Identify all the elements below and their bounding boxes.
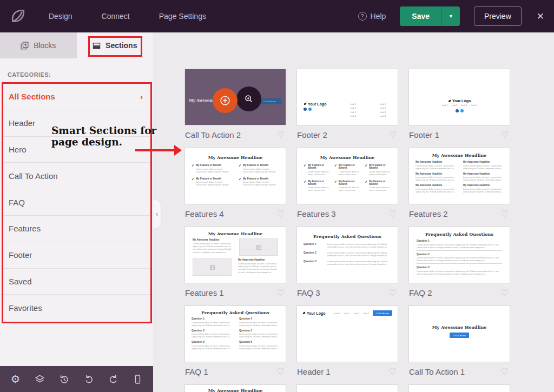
lorem-text: Lorem ipsum dolor sit amet, consectetur …	[238, 262, 277, 274]
zoom-preview-button[interactable]	[236, 87, 261, 111]
feature-title: My Feature or Benefit	[243, 177, 279, 180]
annotation-arrow-head-icon	[174, 145, 182, 156]
save-dropdown-caret[interactable]: ▼	[441, 6, 460, 26]
footer-content: Your LogoLink 1Link 2Link 3Link 4	[409, 99, 510, 112]
favorite-heart-icon[interactable]: ♡	[389, 368, 397, 376]
settings-icon[interactable]: ⚙	[9, 373, 22, 386]
mini-headline: My Awesome Headline	[192, 155, 279, 160]
lorem-text: Lorem ipsum dolor sit amet, consectetur …	[327, 260, 387, 266]
placeholder-text: Lorem ipsum dolor sit amet, consectetur …	[196, 168, 232, 174]
placeholder-text: Lorem ipsum dolor sit amet, consectetur …	[327, 260, 391, 266]
template-thumbnail[interactable]: My Awesome HeadlineCall To Action	[184, 69, 286, 125]
tab-blocks[interactable]: Blocks	[0, 32, 77, 58]
template-name: Features 4	[185, 209, 224, 218]
placeholder-text: Lorem ipsum dolor sit amet, consectetur …	[308, 170, 330, 176]
feature-body: My Feature or BenefitLorem ipsum dolor s…	[196, 164, 232, 174]
card-label-row: Call To Action 1♡	[408, 367, 510, 377]
lorem-text: Lorem ipsum dolor sit amet, consectetur …	[196, 168, 229, 174]
favorite-heart-icon[interactable]: ♡	[389, 131, 397, 139]
tab-sections[interactable]: Sections	[77, 32, 154, 58]
checkmark-icon: ✓	[192, 164, 194, 174]
card-label-row: Features 4♡	[184, 209, 286, 219]
template-card-faq-3: Frequently Asked QuestionsQuestion 1Lore…	[296, 227, 398, 298]
template-thumbnail[interactable]	[408, 384, 510, 392]
template-thumbnail[interactable]: Frequently Asked QuestionsQuestion 1Lore…	[296, 227, 398, 283]
layers-icon[interactable]	[34, 373, 47, 386]
template-name: FAQ 3	[297, 288, 320, 297]
sidebar-collapse-handle[interactable]: ‹	[153, 200, 161, 228]
top-nav-page-settings[interactable]: Page Settings	[159, 12, 206, 21]
faq-item: Question 2Lorem ipsum dolor sit amet, co…	[417, 253, 502, 262]
feature-text-block: My Awesome HeadlineLorem ipsum dolor sit…	[193, 238, 233, 254]
mini-cta-button: Call To Action	[373, 310, 392, 316]
sidebar-category-favorites[interactable]: Favorites	[3, 295, 150, 321]
sidebar-category-faq[interactable]: FAQ	[3, 189, 150, 216]
save-button[interactable]: Save	[400, 6, 441, 26]
template-thumbnail[interactable]: My Awesome Headline✓My Feature or Benefi…	[296, 148, 398, 204]
image-placeholder	[239, 238, 278, 256]
faq-item: Question 1Lorem ipsum dolor sit amet, co…	[192, 317, 232, 327]
favorite-heart-icon[interactable]: ♡	[277, 210, 285, 218]
favorite-heart-icon[interactable]: ♡	[277, 368, 285, 376]
template-thumbnail[interactable]: My Awesome HeadlineMy Awesome HeadlineLo…	[184, 227, 286, 283]
category-label: Favorites	[9, 303, 42, 313]
favorite-heart-icon[interactable]: ♡	[501, 368, 509, 376]
template-thumbnail[interactable]	[296, 384, 398, 392]
template-name: Call To Action 2	[185, 130, 241, 139]
favorite-heart-icon[interactable]: ♡	[277, 131, 285, 139]
mobile-icon[interactable]	[131, 373, 144, 386]
sidebar-category-call-to-action[interactable]: Call To Action	[3, 163, 150, 189]
lorem-text: Lorem ipsum dolor sit amet, consectetur …	[239, 344, 278, 350]
features-content: My Awesome Headline✓My Feature or Benefi…	[185, 148, 286, 191]
history-icon[interactable]	[58, 373, 71, 386]
favorite-heart-icon[interactable]: ♡	[277, 289, 285, 297]
placeholder-text: Lorem ipsum dolor sit amet, consectetur …	[416, 176, 456, 182]
sidebar-category-footer[interactable]: Footer	[3, 242, 150, 269]
help-button[interactable]: ? Help	[358, 12, 386, 21]
mini-link: Link 4	[363, 312, 369, 315]
template-card-template	[408, 384, 510, 392]
favorite-heart-icon[interactable]: ♡	[389, 289, 397, 297]
template-thumbnail[interactable]: My Awesome HeadlineMy Awesome HeadlineLo…	[408, 148, 510, 204]
top-nav-design[interactable]: Design	[49, 12, 72, 21]
template-thumbnail[interactable]: Frequently Asked QuestionsQuestion 1Lore…	[184, 305, 286, 362]
sidebar-category-features[interactable]: Features	[3, 216, 150, 242]
sidebar-category-saved[interactable]: Saved	[3, 269, 150, 295]
top-nav-connect[interactable]: Connect	[102, 12, 130, 21]
features-content: My Awesome HeadlineMy Awesome HeadlineLo…	[409, 148, 510, 197]
lorem-text: Lorem ipsum dolor sit amet, consectetur …	[243, 181, 276, 187]
favorite-heart-icon[interactable]: ♡	[501, 289, 509, 297]
favorite-heart-icon[interactable]: ♡	[501, 131, 509, 139]
feature-body: My Feature or BenefitLorem ipsum dolor s…	[339, 180, 361, 192]
placeholder-text: Lorem ipsum dolor sit amet, consectetur …	[308, 186, 330, 192]
mini-link: Link 4	[380, 114, 386, 118]
mini-cta-button: Call To Action	[450, 333, 469, 338]
favorite-heart-icon[interactable]: ♡	[389, 210, 397, 218]
close-icon[interactable]: ✕	[536, 9, 545, 24]
card-label-row: Footer 2♡	[296, 130, 398, 140]
template-thumbnail[interactable]: Your LogoLink 1Link 2Link 3Link 4Link 1L…	[296, 69, 398, 125]
sidebar-category-all-sections[interactable]: All Sections›	[3, 84, 150, 110]
template-thumbnail[interactable]: My Awesome Headline	[184, 384, 286, 392]
features-grid: ✓My Feature or BenefitLorem ipsum dolor …	[304, 164, 391, 192]
image-placeholder	[193, 258, 232, 276]
template-thumbnail[interactable]: Frequently Asked QuestionsQuestion 1Lore…	[408, 227, 510, 283]
add-section-button[interactable]	[213, 88, 238, 113]
lorem-text: Lorem ipsum dolor sit amet, consectetur …	[416, 176, 454, 182]
tab-blocks-label: Blocks	[34, 41, 56, 50]
template-thumbnail[interactable]: My Awesome HeadlineCall To Action	[408, 305, 510, 362]
twitter-icon	[308, 108, 312, 111]
faq-content: Frequently Asked QuestionsQuestion 1Lore…	[409, 227, 510, 278]
template-thumbnail[interactable]: Your LogoLink 1Link 2Link 3Link 4Call To…	[296, 305, 398, 362]
mini-link: Link 2	[452, 104, 458, 107]
lorem-text: Lorem ipsum dolor sit amet, consectetur …	[417, 243, 499, 249]
favorite-heart-icon[interactable]: ♡	[501, 210, 509, 218]
faq-item: Question 2Lorem ipsum dolor sit amet, co…	[192, 329, 232, 339]
template-thumbnail[interactable]: My Awesome Headline✓My Feature or Benefi…	[184, 148, 286, 204]
template-card-footer-2: Your LogoLink 1Link 2Link 3Link 4Link 1L…	[296, 69, 398, 140]
preview-button[interactable]: Preview	[474, 6, 522, 26]
feature-title: My Feature or Benefit	[369, 180, 391, 185]
redo-icon[interactable]	[107, 373, 120, 386]
undo-icon[interactable]	[82, 373, 95, 386]
template-thumbnail[interactable]: Your LogoLink 1Link 2Link 3Link 4	[408, 69, 510, 125]
